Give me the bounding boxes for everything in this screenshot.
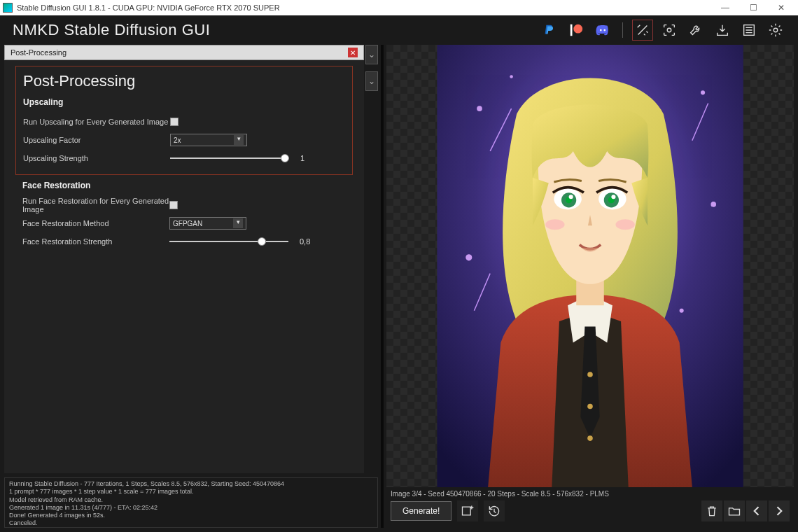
chevron-down-icon: ▾ — [234, 135, 244, 145]
minimize-button[interactable]: — — [711, 3, 739, 13]
svg-point-10 — [465, 254, 472, 260]
face-method-combo[interactable]: GFPGAN ▾ — [169, 217, 246, 230]
face-method-label: Face Restoration Method — [22, 219, 169, 227]
svg-point-2 — [600, 29, 602, 31]
svg-point-22 — [611, 195, 615, 199]
face-strength-slider[interactable] — [169, 236, 288, 247]
upscale-factor-combo[interactable]: 2x ▾ — [170, 134, 247, 146]
svg-point-21 — [569, 195, 573, 199]
upscale-run-label: Run Upscaling for Every Generated Image — [23, 118, 170, 126]
image-info: Image 3/4 - Seed 450470866 - 20 Steps - … — [386, 489, 794, 499]
app-header: NMKD Stable Diffusion GUI — [0, 15, 798, 45]
preview-image[interactable] — [386, 45, 794, 487]
delete-button[interactable] — [701, 500, 722, 522]
upscaling-section: Post-Processing Upscaling Run Upscaling … — [15, 66, 353, 175]
svg-point-25 — [587, 372, 593, 377]
preview-area — [386, 45, 794, 487]
log-line: Done! Generated 4 images in 52s. — [9, 512, 373, 519]
log-box: Running Stable Diffusion - 777 Iteration… — [4, 477, 378, 528]
upscale-strength-slider[interactable] — [170, 153, 289, 164]
target-icon[interactable] — [659, 20, 679, 40]
upscale-strength-label: Upscaling Strength — [23, 154, 170, 162]
section-title: Post-Processing — [23, 72, 345, 90]
generate-button[interactable]: Generate! — [391, 501, 451, 521]
face-run-label: Run Face Restoration for Every Generated… — [22, 197, 169, 214]
app-icon — [3, 3, 13, 13]
gear-icon[interactable] — [766, 20, 785, 40]
paypal-icon[interactable] — [540, 20, 559, 40]
svg-rect-28 — [463, 507, 471, 515]
panel-tab-postprocessing[interactable]: Post-Processing ✕ — [4, 45, 364, 60]
svg-point-11 — [710, 202, 716, 207]
scroll-up-button[interactable]: ⌄ — [365, 45, 378, 64]
chevron-down-icon: ▾ — [233, 218, 243, 228]
patreon-icon[interactable] — [566, 20, 586, 40]
list-icon[interactable] — [739, 20, 759, 40]
upscale-factor-value: 2x — [174, 136, 181, 144]
log-line: 1 prompt * 777 images * 1 step value * 1… — [9, 488, 373, 496]
svg-point-8 — [477, 106, 482, 111]
next-image-button[interactable] — [769, 500, 790, 522]
face-section: Face Restoration Run Face Restoration fo… — [15, 181, 353, 251]
app-title: NMKD Stable Diffusion GUI — [13, 21, 210, 39]
svg-point-23 — [545, 219, 564, 230]
log-line: Model retrieved from RAM cache. — [9, 496, 373, 504]
svg-point-6 — [774, 28, 778, 32]
log-line: Generated 1 image in 11.31s (4/777) - ET… — [9, 504, 373, 512]
face-strength-label: Face Restoration Strength — [22, 237, 169, 246]
svg-point-24 — [615, 219, 634, 230]
download-icon[interactable] — [713, 20, 732, 40]
add-image-button[interactable] — [457, 500, 478, 522]
log-line: Canceled. — [9, 519, 373, 527]
face-strength-value: 0,8 — [300, 237, 316, 246]
svg-rect-0 — [570, 24, 573, 36]
upscale-factor-label: Upscaling Factor — [23, 136, 170, 144]
panel-tab-label: Post-Processing — [10, 48, 66, 57]
svg-point-9 — [701, 90, 705, 94]
wand-icon[interactable] — [633, 20, 652, 40]
upscale-strength-value: 1 — [300, 154, 317, 162]
wrench-icon[interactable] — [686, 20, 706, 40]
svg-point-4 — [667, 28, 671, 32]
upscaling-heading: Upscaling — [23, 97, 345, 107]
close-button[interactable]: ✕ — [767, 3, 795, 13]
open-folder-button[interactable] — [724, 500, 745, 522]
svg-point-3 — [603, 29, 606, 31]
window-title: Stable Diffusion GUI 1.8.1 - CUDA GPU: N… — [17, 4, 280, 12]
discord-icon[interactable] — [593, 20, 612, 40]
svg-point-12 — [510, 75, 513, 78]
history-button[interactable] — [484, 500, 505, 522]
prev-image-button[interactable] — [746, 500, 767, 522]
toolbar-separator — [622, 22, 623, 38]
scroll-down-button[interactable]: ⌄ — [365, 71, 378, 91]
svg-point-26 — [587, 404, 593, 410]
vertical-divider[interactable] — [381, 45, 384, 528]
face-heading: Face Restoration — [22, 181, 346, 190]
close-tab-icon[interactable]: ✕ — [348, 48, 358, 57]
svg-point-1 — [573, 24, 582, 34]
titlebar: Stable Diffusion GUI 1.8.1 - CUDA GPU: N… — [0, 0, 798, 15]
svg-point-27 — [587, 435, 593, 441]
face-run-checkbox[interactable] — [169, 201, 178, 209]
maximize-button[interactable]: ☐ — [739, 3, 767, 13]
svg-point-13 — [680, 309, 684, 313]
log-line: Running Stable Diffusion - 777 Iteration… — [9, 480, 373, 488]
face-method-value: GFPGAN — [173, 220, 202, 227]
upscale-run-checkbox[interactable] — [170, 118, 178, 126]
